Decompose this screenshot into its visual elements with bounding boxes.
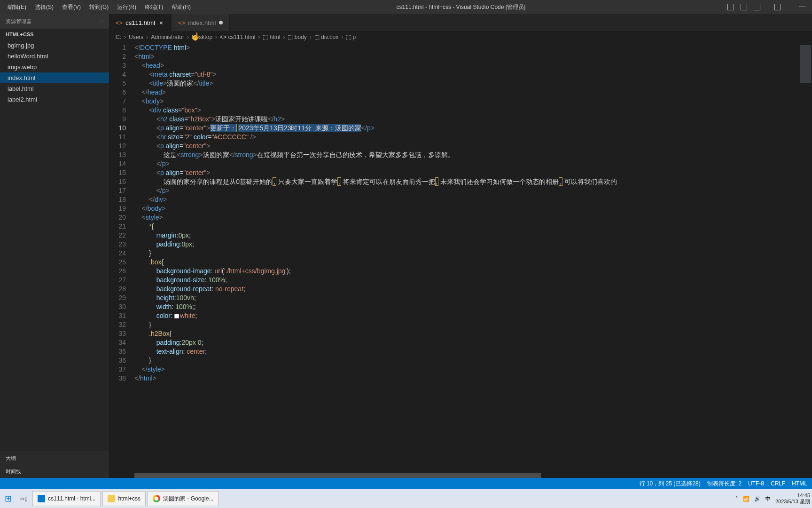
code-line[interactable]: <!DOCTYPE html> — [134, 43, 812, 52]
line-number: 36 — [109, 356, 126, 365]
line-number: 13 — [109, 151, 126, 159]
menu-item[interactable]: 查看(V) — [58, 1, 85, 13]
line-number: 5 — [109, 79, 126, 88]
breadcrumb-item[interactable]: ⬚ p — [346, 34, 356, 40]
ime-indicator[interactable]: 中 — [765, 495, 771, 502]
code-line[interactable]: *{ — [134, 222, 812, 231]
code-line[interactable]: .h2Box{ — [134, 329, 812, 338]
scrollbar-thumb[interactable] — [134, 473, 541, 478]
file-item[interactable]: helloWord.html — [0, 51, 109, 62]
file-item[interactable]: imgs.webp — [0, 62, 109, 72]
editor-tab[interactable]: <>index.html — [172, 14, 229, 31]
code-line[interactable]: padding:20px 0; — [134, 338, 812, 347]
breadcrumb-item[interactable]: ⬚ div.box — [314, 34, 338, 40]
code-line[interactable]: </style> — [134, 365, 812, 374]
code-line[interactable]: </p> — [134, 186, 812, 195]
eol[interactable]: CRLF — [771, 480, 785, 487]
code-line[interactable]: .box{ — [134, 258, 812, 267]
menu-item[interactable]: 终端(T) — [141, 1, 167, 13]
taskbar-app[interactable]: 汤圆的家 - Google... — [148, 491, 219, 506]
code-line[interactable]: <head> — [134, 61, 812, 70]
menubar: 编辑(E)选择(S)查看(V)转到(G)运行(R)终端(T)帮助(H) — [4, 1, 195, 13]
breadcrumb-item[interactable]: ⬚ body — [288, 34, 306, 40]
file-item[interactable]: index.html — [0, 72, 109, 83]
code-line[interactable]: 汤圆的家分享的课程是从0基础开始的, 只要大家一直跟着学, 将来肯定可以在朋友面… — [134, 177, 812, 186]
menu-item[interactable]: 选择(S) — [31, 1, 57, 13]
ellipsis-icon[interactable]: ··· — [99, 18, 103, 25]
code-line[interactable]: <meta charset="utf-8"> — [134, 70, 812, 79]
code-line[interactable]: height:100vh; — [134, 294, 812, 302]
tab-size[interactable]: 制表符长度: 2 — [707, 480, 742, 488]
layout-panel-icon[interactable] — [741, 4, 747, 10]
breadcrumb-item[interactable]: Administrator — [151, 34, 184, 40]
network-icon[interactable]: 📶 — [743, 496, 750, 502]
breadcrumb-item[interactable]: Users — [129, 34, 143, 40]
minimize-icon[interactable] — [799, 7, 805, 10]
code-line[interactable]: width: 100%;; — [134, 302, 812, 311]
code-line[interactable]: <html> — [134, 52, 812, 61]
code-line[interactable]: </html> — [134, 374, 812, 383]
code-line[interactable]: <p align="center">更新于：2023年5月13日23时11分 来… — [134, 124, 812, 133]
code-line[interactable]: padding:0px; — [134, 240, 812, 249]
code-line[interactable]: margin:0px; — [134, 231, 812, 240]
timeline-section[interactable]: 时间线 — [0, 465, 109, 478]
code-line[interactable]: <p align="center"> — [134, 168, 812, 177]
file-item[interactable]: bgimg.jpg — [0, 40, 109, 51]
code-line[interactable]: } — [134, 320, 812, 329]
code-line[interactable]: <h2 class="h2Box">汤圆家开始讲课啦</h2> — [134, 115, 812, 124]
breadcrumb-item[interactable]: <> cs111.html — [220, 34, 255, 40]
tray-chevron-icon[interactable]: ˄ — [735, 496, 738, 502]
layout-customize-icon[interactable] — [774, 4, 781, 10]
code-line[interactable]: </div> — [134, 195, 812, 204]
breadcrumb-item[interactable]: C: — [116, 34, 121, 40]
code-line[interactable]: background-repeat: no-repeat; — [134, 285, 812, 294]
start-button[interactable]: ⊞ — [2, 491, 15, 506]
code-line[interactable]: <p align="center"> — [134, 142, 812, 151]
file-item[interactable]: label.html — [0, 83, 109, 94]
code-line[interactable]: background-size: 100%; — [134, 276, 812, 285]
close-icon[interactable]: × — [158, 20, 164, 26]
code-line[interactable]: } — [134, 249, 812, 258]
menu-item[interactable]: 运行(R) — [113, 1, 140, 13]
menu-item[interactable]: 帮助(H) — [168, 1, 195, 13]
code-line[interactable]: <hr size="2" color="#CCCCCC" /> — [134, 133, 812, 142]
horizontal-scrollbar[interactable] — [134, 473, 812, 478]
file-item[interactable]: label2.html — [0, 94, 109, 105]
minimap[interactable] — [799, 43, 812, 478]
chevron-right-icon: › — [146, 34, 148, 40]
code-line[interactable]: </p> — [134, 159, 812, 168]
code-line[interactable]: 这是<strong>汤圆的家</strong>在短视频平台第一次分享自己的技术，… — [134, 151, 812, 159]
code-line[interactable]: text-align: center; — [134, 347, 812, 356]
taskbar-app[interactable]: html+css — [102, 491, 146, 506]
code-line[interactable]: color: white; — [134, 311, 812, 320]
vscode-icon — [38, 495, 45, 502]
code-editor[interactable]: 1234567891011121314151617181920212223242… — [109, 43, 812, 478]
project-name[interactable]: HTML+CSS — [0, 29, 109, 40]
breadcrumb-item[interactable]: ⬚ html — [263, 34, 280, 40]
code-line[interactable]: <body> — [134, 97, 812, 106]
code-line[interactable]: </head> — [134, 88, 812, 97]
code-line[interactable]: background-image: url('./html+css/bgimg.… — [134, 267, 812, 276]
encoding[interactable]: UTF-8 — [748, 480, 764, 487]
code-line[interactable]: <style> — [134, 213, 812, 222]
task-view-button[interactable]: ▭▯ — [16, 491, 31, 506]
language-mode[interactable]: HTML — [792, 480, 807, 487]
breadcrumb-item[interactable]: Desktop — [192, 34, 212, 40]
code-line[interactable]: <div class="box"> — [134, 106, 812, 115]
code-line[interactable]: } — [134, 356, 812, 365]
volume-icon[interactable]: 🔊 — [754, 496, 761, 502]
outline-section[interactable]: 大纲 — [0, 452, 109, 465]
code-line[interactable]: </body> — [134, 204, 812, 213]
code-content[interactable]: <!DOCTYPE html><html> <head> <meta chars… — [134, 43, 812, 478]
breadcrumb[interactable]: C:›Users›Administrator›Desktop›<> cs111.… — [109, 31, 812, 43]
line-number: 30 — [109, 302, 126, 311]
editor-tab[interactable]: <>cs111.html× — [109, 14, 172, 31]
menu-item[interactable]: 转到(G) — [86, 1, 112, 13]
layout-primary-side-icon[interactable] — [727, 4, 734, 10]
taskbar-app[interactable]: cs111.html - html... — [32, 491, 101, 506]
clock[interactable]: 14:45 2023/5/13 星期 — [775, 492, 810, 505]
code-line[interactable]: <title>汤圆的家</title> — [134, 79, 812, 88]
cursor-position[interactable]: 行 10，列 25 (已选择28) — [640, 480, 701, 488]
layout-secondary-side-icon[interactable] — [754, 4, 760, 10]
menu-item[interactable]: 编辑(E) — [4, 1, 30, 13]
